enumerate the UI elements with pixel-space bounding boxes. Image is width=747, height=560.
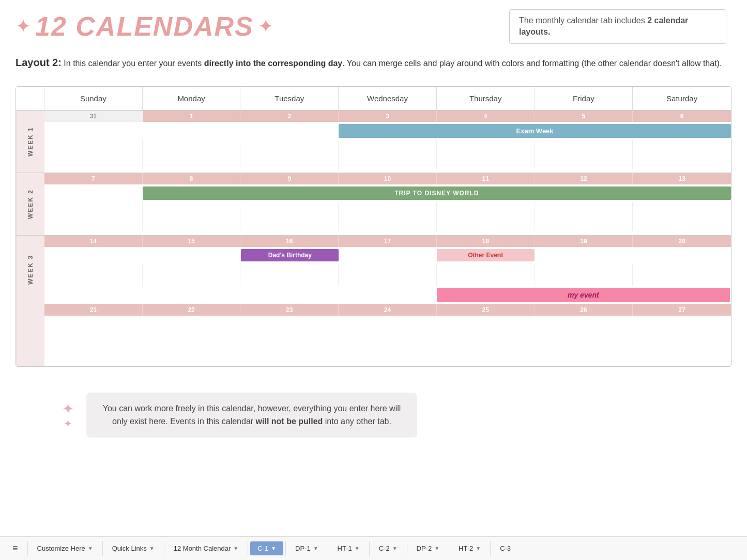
- date-10: 10: [339, 173, 437, 184]
- cell: [633, 263, 731, 286]
- date-8: 8: [143, 173, 241, 184]
- date-25: 25: [437, 304, 535, 316]
- chevron-down-icon: ▼: [313, 546, 318, 551]
- date-1: 1: [143, 111, 241, 122]
- date-2: 2: [240, 111, 339, 122]
- date-22: 22: [143, 304, 241, 316]
- day-header-thursday: Thursday: [437, 87, 535, 110]
- week-2-days: 7 8 9 10 11 12 13 TRIP TO DISNEY WORLD: [44, 173, 731, 235]
- chevron-down-icon: ▼: [149, 546, 155, 551]
- week-3-dates: 14 15 16 17 18 19 20: [44, 236, 731, 247]
- calendar: Sunday Monday Tuesday Wednesday Thursday…: [16, 86, 731, 367]
- toolbar-divider-6: [328, 541, 328, 556]
- bottom-sparkle-icon: ✦ ✦: [62, 400, 74, 430]
- date-11: 11: [437, 173, 535, 184]
- cell: [437, 140, 535, 154]
- date-17: 17: [339, 236, 437, 247]
- cell: [535, 216, 633, 231]
- layout-label: Layout 2:: [16, 57, 62, 68]
- chevron-down-icon: ▼: [392, 546, 398, 551]
- week-4-days: 21 22 23 24 25 26 27: [44, 304, 731, 366]
- cell: [240, 263, 339, 286]
- toolbar-divider-4: [248, 541, 248, 556]
- date-31: 31: [44, 111, 143, 122]
- week-2-empty-row-2: [44, 216, 731, 231]
- date-18: 18: [437, 236, 535, 247]
- cell: [535, 202, 633, 216]
- tab-ht2[interactable]: HT-2 ▼: [451, 541, 488, 555]
- cell: [535, 263, 633, 286]
- cell: [143, 140, 241, 154]
- layout-description: Layout 2: In this calendar you enter you…: [0, 49, 747, 81]
- tab-quick-links[interactable]: Quick Links ▼: [105, 541, 162, 555]
- date-20: 20: [633, 236, 731, 247]
- cell: [633, 140, 731, 154]
- date-3: 3: [339, 111, 437, 122]
- cell: [143, 154, 241, 169]
- cell: [44, 154, 143, 169]
- cell: [633, 154, 731, 169]
- cell: [535, 154, 633, 169]
- toolbar-divider-5: [285, 541, 286, 556]
- tab-c1[interactable]: C-1 ▼: [250, 541, 283, 555]
- cell: [633, 216, 731, 231]
- other-event: Other Event: [437, 249, 535, 261]
- day-header-friday: Friday: [535, 87, 633, 110]
- chevron-down-icon: ▼: [233, 546, 238, 551]
- disney-event: TRIP TO DISNEY WORLD: [143, 186, 731, 200]
- date-5: 5: [535, 111, 633, 122]
- week-3-event-row-2: my event: [44, 286, 731, 304]
- date-19: 19: [535, 236, 633, 247]
- week-3-event-row-1: Dad's Birthday Other Event: [44, 247, 731, 263]
- cell: [143, 216, 241, 231]
- date-16: 16: [240, 236, 339, 247]
- week-2-empty-row: [44, 202, 731, 216]
- toolbar-divider-1: [27, 541, 28, 556]
- week-1-events-area: Exam Week: [44, 122, 731, 169]
- cell: [44, 202, 143, 216]
- cell: [633, 202, 731, 216]
- hamburger-menu-button[interactable]: ≡: [5, 543, 25, 554]
- date-7: 7: [44, 173, 143, 184]
- spacer: [44, 186, 143, 200]
- dads-birthday-event: Dad's Birthday: [241, 249, 339, 261]
- cell: [437, 216, 535, 231]
- toolbar-divider-3: [164, 541, 164, 556]
- cell: [339, 202, 437, 216]
- calendar-corner: [16, 87, 44, 110]
- tab-dp1[interactable]: DP-1 ▼: [288, 541, 326, 555]
- date-15: 15: [143, 236, 241, 247]
- tab-c2[interactable]: C-2 ▼: [372, 541, 405, 555]
- my-event: my event: [437, 288, 730, 302]
- header-description: The monthly calendar tab includes 2 cale…: [509, 9, 726, 44]
- cell: [339, 216, 437, 231]
- week-3-empty-row: [44, 263, 731, 286]
- week-3-events-area: Dad's Birthday Other Event: [44, 247, 731, 304]
- spacer: [45, 249, 143, 261]
- week-1-label: WEEK 1: [16, 111, 44, 173]
- logo-area: ✦ 12 CALENDARS ✦: [16, 11, 273, 42]
- day-header-saturday: Saturday: [633, 87, 731, 110]
- cell: [143, 202, 241, 216]
- cell: [437, 202, 535, 216]
- day-header-sunday: Sunday: [44, 87, 143, 110]
- spacer: [143, 288, 241, 302]
- date-23: 23: [240, 304, 339, 316]
- logo-text: 12 CALENDARS: [35, 11, 254, 42]
- chevron-down-icon: ▼: [88, 546, 93, 551]
- day-header-tuesday: Tuesday: [240, 87, 339, 110]
- tab-12-month-calendar[interactable]: 12 Month Calendar ▼: [166, 541, 246, 555]
- week-4-section: 21 22 23 24 25 26 27: [16, 304, 731, 366]
- date-27: 27: [633, 304, 731, 316]
- calendar-header-row: Sunday Monday Tuesday Wednesday Thursday…: [16, 87, 731, 111]
- week-1-section: WEEK 1 31 1 2 3 4 5 6 Exam Week: [16, 111, 731, 173]
- tab-customize-here[interactable]: Customize Here ▼: [30, 541, 100, 555]
- chevron-down-icon: ▼: [476, 546, 481, 551]
- tab-dp2[interactable]: DP-2 ▼: [409, 541, 447, 555]
- date-9: 9: [240, 173, 339, 184]
- toolbar-divider-8: [407, 541, 407, 556]
- cell: [44, 216, 143, 231]
- week-2-events-area: TRIP TO DISNEY WORLD: [44, 184, 731, 231]
- tab-c3[interactable]: C-3: [493, 541, 518, 555]
- tab-ht1[interactable]: HT-1 ▼: [330, 541, 367, 555]
